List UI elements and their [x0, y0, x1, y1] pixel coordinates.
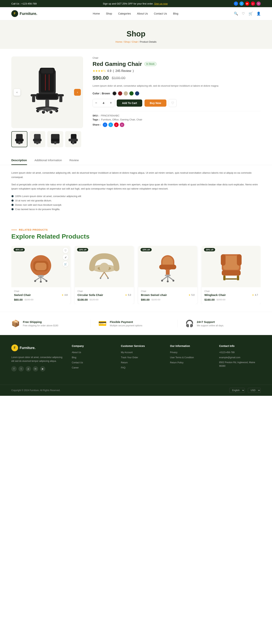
footer-instagram-icon[interactable]: in	[33, 366, 38, 372]
add-to-cart-button[interactable]: Add To Cart	[117, 100, 142, 107]
current-price: $90.00	[93, 75, 109, 81]
footer-brand-desc: Lorem ipsum dolor sit amet, consectetur …	[11, 356, 64, 363]
nav-home[interactable]: Home	[93, 12, 100, 15]
signup-link[interactable]: Sign up now	[154, 2, 168, 5]
svg-rect-34	[69, 139, 78, 141]
next-image-button[interactable]: ›	[74, 89, 81, 96]
card-prices-4: $160.00 $200.00	[204, 298, 258, 301]
card-title-row-1: Swivel Chair ★ 4.8	[14, 293, 68, 296]
language-selector[interactable]: English	[229, 388, 245, 393]
share-pinterest-icon[interactable]: p	[114, 122, 119, 127]
footer-facebook-icon[interactable]: f	[11, 366, 17, 372]
list-item: Ut at nunc vel nisi gravida dictum.	[11, 198, 261, 203]
color-red[interactable]	[118, 91, 122, 96]
footer-track-link[interactable]: Track Your Order	[121, 356, 138, 359]
twitter-icon[interactable]: t	[239, 2, 244, 6]
share-twitter-icon[interactable]: t	[108, 122, 113, 127]
svg-point-63	[167, 280, 169, 282]
product-images: ‹	[11, 56, 83, 147]
wishlist-button[interactable]: ♡	[169, 99, 177, 107]
search-icon[interactable]: 🔍	[234, 12, 238, 16]
footer-contact-link[interactable]: Contact Us	[72, 361, 83, 364]
sku-label: SKU :	[93, 114, 99, 117]
color-blue[interactable]	[135, 91, 139, 96]
card-price-4: $160.00	[204, 298, 215, 301]
nav-categories[interactable]: Categories	[118, 12, 131, 15]
svg-rect-58	[165, 274, 171, 276]
wishlist-icon[interactable]: ♡	[242, 12, 245, 16]
card-actions-1: ♡ ⤢ 🛒	[63, 248, 68, 267]
footer-faq-link[interactable]: FAQ	[121, 366, 125, 369]
pinterest-icon[interactable]: p	[251, 2, 255, 6]
svg-line-41	[35, 277, 41, 281]
wishlist-card-1[interactable]: ♡	[63, 248, 68, 253]
thumbnail-2[interactable]	[29, 131, 45, 147]
feature-support: 🎧 24×7 Support We support online all day…	[178, 320, 261, 328]
share-instagram-icon[interactable]: in	[120, 122, 124, 127]
footer-about-link[interactable]: About Us	[72, 351, 81, 354]
footer-pinterest-icon[interactable]: p	[26, 366, 31, 372]
product-section: ‹	[0, 49, 272, 155]
footer-myaccount-link[interactable]: My Account	[121, 351, 133, 354]
tab-description[interactable]: Description	[11, 158, 27, 165]
nav-shop[interactable]: Shop	[106, 12, 112, 15]
svg-point-46	[46, 280, 47, 282]
brown-swivel-svg	[153, 250, 183, 282]
qty-increase-button[interactable]: +	[108, 99, 114, 107]
cart-card-1[interactable]: 🛒	[63, 261, 68, 267]
product-card-img-1: 40% off ♡ ⤢ 🛒	[11, 246, 70, 287]
qty-decrease-button[interactable]: −	[93, 99, 100, 107]
footer-customer-list: My Account Track Your Order Return FAQ	[121, 350, 162, 369]
share-facebook-icon[interactable]: f	[103, 122, 107, 127]
thumbnail-1[interactable]	[11, 131, 27, 147]
cart-icon[interactable]: 🛒	[248, 12, 253, 16]
footer-phone[interactable]: +0123-456-789	[219, 351, 235, 354]
youtube-icon[interactable]: ▶	[245, 2, 249, 6]
color-beige[interactable]	[124, 91, 128, 96]
thumbnail-4[interactable]	[65, 131, 81, 147]
discount-badge-2: 10% off	[77, 248, 88, 252]
footer-email[interactable]: example@gmail.com	[219, 356, 240, 359]
svg-rect-57	[166, 269, 170, 275]
svg-rect-1	[41, 72, 54, 92]
footer-terms-link[interactable]: User Terms & Condition	[170, 356, 194, 359]
buy-now-button[interactable]: Buy Now	[144, 100, 166, 107]
prev-image-button[interactable]: ‹	[14, 89, 21, 96]
footer-privacy-link[interactable]: Privacy	[170, 351, 177, 354]
footer-return-policy-link[interactable]: Return Policy	[170, 361, 183, 364]
tags-label: Tags :	[93, 118, 100, 121]
color-black[interactable]	[112, 91, 117, 96]
swivel-chair-svg	[26, 250, 56, 282]
thumbnail-3[interactable]	[47, 131, 63, 147]
footer-social: f t p in ▶	[11, 366, 64, 372]
nav-contact[interactable]: Contact Us	[154, 12, 167, 15]
tab-additional-info[interactable]: Additional Information	[35, 158, 62, 165]
instagram-icon[interactable]: in	[256, 2, 261, 6]
svg-point-53	[107, 278, 109, 279]
nav-blog[interactable]: Blog	[173, 12, 178, 15]
share-row: Share : f t p in	[93, 122, 261, 127]
zoom-card-1[interactable]: ⤢	[63, 254, 68, 260]
footer-twitter-icon[interactable]: t	[19, 366, 24, 372]
account-icon[interactable]: 👤	[256, 12, 261, 16]
footer-grid: F Furniture. Lorem ipsum dolor sit amet,…	[11, 344, 261, 372]
footer-youtube-icon[interactable]: ▶	[40, 366, 45, 372]
svg-rect-68	[237, 254, 241, 266]
svg-rect-32	[54, 141, 56, 144]
footer-return-link[interactable]: Return	[121, 361, 128, 364]
card-old-price-1: $100.00	[25, 298, 34, 301]
currency-selector[interactable]: USD	[248, 388, 261, 393]
card-rating-4: ★ 4.7	[252, 294, 258, 296]
svg-rect-26	[18, 141, 21, 144]
tab-review[interactable]: Review	[70, 158, 79, 165]
color-green[interactable]	[129, 91, 134, 96]
footer-career-link[interactable]: Career	[72, 366, 79, 369]
footer-blog-link[interactable]: Blog	[72, 356, 76, 359]
facebook-icon[interactable]: f	[234, 2, 238, 6]
logo[interactable]: F Furniture.	[11, 10, 37, 17]
footer-company-list: About Us Blog Contact Us Career	[72, 350, 113, 369]
color-label: Color : Brown	[93, 92, 110, 95]
sku-row: SKU : FRNC87654ABC	[93, 114, 261, 117]
nav-about[interactable]: About Us	[137, 12, 148, 15]
list-item: 100% Lorem ipsum dolor sit amet, consect…	[11, 194, 261, 198]
